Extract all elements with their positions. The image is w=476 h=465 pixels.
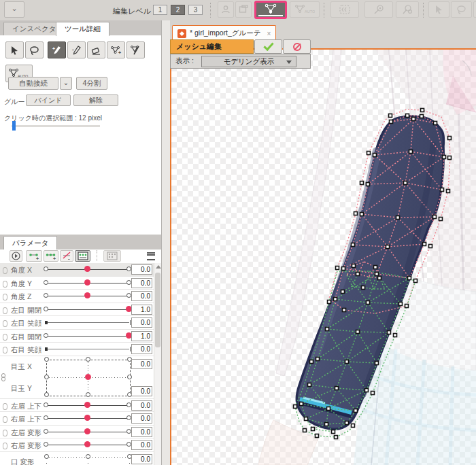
parameter-row[interactable]: 左目 笑顔0.0 bbox=[0, 316, 154, 330]
model-view-button[interactable] bbox=[218, 1, 234, 18]
tab-parameter[interactable]: パラメータ bbox=[3, 236, 57, 250]
arrow-tool-button[interactable] bbox=[428, 1, 449, 18]
parameter-slider-track[interactable] bbox=[46, 309, 129, 310]
parameter-slider-track[interactable] bbox=[46, 322, 129, 323]
toolbar-collapse-button[interactable]: ⌄ bbox=[4, 1, 24, 18]
parameter-row[interactable]: 右眉 上下0.0 bbox=[0, 412, 154, 426]
parameter-value[interactable]: 1.0 bbox=[131, 331, 152, 341]
vertex-remove-tool-button[interactable]: - bbox=[67, 41, 86, 58]
slider-handle[interactable] bbox=[84, 402, 90, 408]
eraser-tool-button[interactable] bbox=[87, 41, 105, 58]
parameter-slider-track[interactable] bbox=[46, 349, 129, 349]
glue-bind-button[interactable]: バインド bbox=[26, 94, 71, 106]
list-view-button[interactable] bbox=[103, 250, 121, 262]
brush-select-button[interactable] bbox=[473, 1, 476, 18]
view-mode-dropdown[interactable]: モデリング表示 bbox=[201, 56, 296, 67]
expand-all-icon bbox=[12, 252, 20, 260]
parameter-value[interactable]: 0.0 bbox=[131, 278, 152, 288]
svg-text:-: - bbox=[68, 256, 70, 260]
slider-handle[interactable] bbox=[84, 441, 90, 447]
auto-connect-dropdown-button[interactable]: ⌄ bbox=[60, 77, 72, 90]
parameter-menu-button[interactable] bbox=[147, 252, 155, 260]
parameter-label: 左目 笑顔 bbox=[11, 319, 41, 328]
lasso-tool-button[interactable] bbox=[25, 41, 44, 58]
split4-button[interactable]: 4分割 bbox=[76, 77, 107, 90]
warp-deformer-button[interactable] bbox=[396, 1, 419, 18]
parameter-row[interactable]: 左眉 変形0.0 bbox=[0, 426, 154, 439]
parameter-value[interactable]: 0.0 bbox=[131, 427, 152, 437]
parameter-row[interactable]: 左目 開閉1.0 bbox=[0, 303, 154, 317]
rotate-deformer-button[interactable] bbox=[364, 1, 393, 18]
keyform-indicator-icon bbox=[3, 347, 7, 354]
tab-tool-detail[interactable]: ツール詳細 bbox=[56, 22, 109, 36]
document-tab[interactable]: * girl_import_グルーテ × bbox=[172, 25, 276, 41]
parameter-value[interactable]: 0.0 bbox=[131, 400, 152, 411]
slider-end-icon bbox=[44, 293, 48, 298]
parameter-label: 右目 笑顔 bbox=[11, 345, 41, 355]
slider-end-icon bbox=[44, 333, 48, 338]
slider-handle[interactable] bbox=[84, 266, 90, 272]
slider-handle[interactable] bbox=[84, 415, 90, 421]
parameter-value[interactable]: 0.0 bbox=[131, 413, 152, 424]
mesh-add-tool-button[interactable]: + bbox=[107, 41, 125, 58]
slider-handle[interactable] bbox=[84, 292, 90, 298]
mesh-add-icon: + bbox=[110, 45, 122, 55]
parameter-slider-track[interactable] bbox=[46, 336, 129, 337]
delete-key-button[interactable]: - bbox=[60, 250, 73, 262]
parameter-value[interactable]: 0.0 bbox=[131, 291, 152, 301]
parameter-row[interactable]: 左眉 上下0.0 bbox=[0, 399, 154, 413]
parameter-row[interactable]: 角度 Z0.0 bbox=[0, 290, 154, 303]
svg-text:AUTO: AUTO bbox=[305, 10, 315, 14]
mesh-knife-tool-button[interactable] bbox=[126, 41, 145, 58]
lasso-tool-button[interactable] bbox=[451, 1, 472, 18]
keyform-view-button[interactable] bbox=[75, 250, 90, 262]
cancel-button[interactable] bbox=[283, 39, 311, 54]
auto-connect-button[interactable]: 自動接続 bbox=[8, 77, 58, 90]
arrow-tool-button[interactable] bbox=[5, 41, 24, 58]
add-3point-key-button[interactable]: + bbox=[44, 250, 58, 262]
parameter-row[interactable]: 角度 X0.0 bbox=[0, 263, 154, 277]
expand-all-button[interactable] bbox=[10, 250, 22, 262]
parameter-2d-pad-row[interactable]: 目玉 X目玉 Y0.00.0 bbox=[0, 356, 154, 399]
mesh-edit-canvas[interactable] bbox=[170, 48, 476, 465]
mesh-edit-mode-button[interactable] bbox=[254, 1, 287, 19]
pad-handle[interactable] bbox=[85, 374, 91, 380]
parameter-value[interactable]: 0.0 bbox=[131, 317, 152, 328]
parameter-row[interactable]: 右目 笑顔0.0 bbox=[0, 343, 154, 356]
mesh-auto-button[interactable]: AUTO bbox=[290, 1, 320, 18]
panel-splitter[interactable] bbox=[162, 20, 170, 465]
parameter-value[interactable]: 0.0 bbox=[131, 344, 152, 354]
parameter-row[interactable]: 角度 Y0.0 bbox=[0, 277, 154, 290]
slider-handle[interactable] bbox=[84, 428, 90, 434]
parameter-value[interactable]: 0.0 bbox=[131, 454, 152, 464]
close-icon[interactable]: × bbox=[267, 30, 271, 37]
divide-deformer-icon bbox=[339, 4, 351, 15]
layout-view-button[interactable] bbox=[235, 1, 252, 18]
parameter-value[interactable]: 0.0 bbox=[131, 264, 152, 275]
confirm-button[interactable] bbox=[254, 39, 282, 54]
tool-detail-panel: インスペクタ ツール詳細 + - bbox=[0, 20, 162, 465]
parameter-scrollbar[interactable] bbox=[154, 263, 161, 465]
add-3point-key-icon: + bbox=[46, 252, 57, 260]
scrollbar-thumb[interactable] bbox=[155, 273, 160, 347]
edit-level-1-button[interactable]: 1 bbox=[153, 5, 167, 15]
parameter-2d-pad-row[interactable]: 口 変形0.0 bbox=[0, 452, 154, 465]
divide-deformer-button[interactable] bbox=[330, 1, 359, 18]
parameter-row[interactable]: 右眉 変形0.0 bbox=[0, 438, 154, 452]
selection-range-track[interactable] bbox=[12, 125, 100, 127]
glue-label: グルー : bbox=[4, 97, 29, 107]
parameter-row[interactable]: 右目 開閉1.0 bbox=[0, 330, 154, 343]
slider-handle[interactable] bbox=[84, 279, 90, 286]
vertex-add-tool-button[interactable]: + bbox=[48, 41, 66, 58]
edit-level-2-button[interactable]: 2 bbox=[171, 5, 185, 15]
parameter-value[interactable]: 0.0 bbox=[131, 386, 152, 396]
slider-end-icon bbox=[126, 415, 131, 420]
glue-unbind-button[interactable]: 解除 bbox=[73, 94, 118, 106]
parameter-value[interactable]: 1.0 bbox=[131, 305, 152, 315]
selection-range-handle[interactable] bbox=[12, 121, 16, 131]
parameter-value[interactable]: 0.0 bbox=[131, 359, 152, 369]
edit-level-3-button[interactable]: 3 bbox=[188, 5, 203, 15]
add-2point-key-button[interactable]: + bbox=[26, 250, 42, 262]
selection-range-label: クリック時の選択範囲 : 12 pixel bbox=[4, 114, 102, 123]
parameter-value[interactable]: 0.0 bbox=[131, 440, 152, 450]
